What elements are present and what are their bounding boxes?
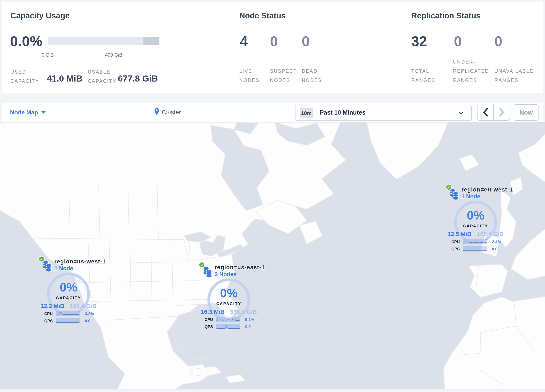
suspect-nodes-count: 0 xyxy=(270,33,278,49)
time-step-buttons xyxy=(477,104,510,121)
region-used-capacity: 16.3 MiB xyxy=(201,309,225,315)
region-capacity-percent: 0% xyxy=(453,208,498,222)
qps-value: 0.0 xyxy=(492,247,497,251)
cpu-label: CPU xyxy=(444,240,460,244)
database-stack-icon xyxy=(450,189,459,200)
qps-value: 0.0 xyxy=(85,319,90,323)
capacity-bar-reserved-segment xyxy=(143,37,160,45)
next-time-button[interactable] xyxy=(493,104,510,120)
cpu-value: 3.2% xyxy=(85,311,94,316)
usable-capacity-value: 677.8 GiB xyxy=(118,74,158,84)
dead-nodes-label: DEADNODES xyxy=(302,67,322,85)
qps-value: 0.0 xyxy=(245,324,251,329)
unavailable-ranges-count: 0 xyxy=(495,33,502,49)
dropdown-caret-icon xyxy=(41,111,46,113)
view-selector-node-map[interactable]: Node Map xyxy=(10,109,38,116)
usable-capacity-label: USABLE CAPACITY xyxy=(88,67,116,86)
time-range-badge: 10m xyxy=(300,108,313,118)
cpu-value: 2.4% xyxy=(492,240,501,244)
region-capacity-label: CAPACITY xyxy=(206,301,251,306)
used-capacity-label: USED CAPACITY xyxy=(10,67,39,86)
capacity-usage-title: Capacity Usage xyxy=(10,11,70,20)
region-name: region=us-east-1 xyxy=(215,264,265,271)
node-status-title: Node Status xyxy=(239,11,286,20)
next-arrow-icon xyxy=(499,108,505,117)
qps-sparkline xyxy=(463,246,487,251)
region-capacity-percent: 0% xyxy=(206,286,251,300)
database-stack-icon xyxy=(203,266,212,278)
capacity-bar-tick xyxy=(147,48,147,51)
under-replicated-ranges-label: UNDER- REPLICATED RANGES xyxy=(453,57,489,85)
time-range-value: Past 10 Minutes xyxy=(320,109,365,116)
cpu-sparkline xyxy=(463,239,487,244)
region-total-capacity: 338.9 GiB xyxy=(230,309,257,315)
region-used-capacity: 12.5 MiB xyxy=(448,231,471,237)
region-node-count[interactable]: 1 Node xyxy=(54,265,73,272)
time-range-dropdown[interactable]: 10m Past 10 Minutes xyxy=(295,105,472,121)
cpu-sparkline xyxy=(216,317,240,322)
qps-label: QPS xyxy=(37,319,53,323)
qps-label: QPS xyxy=(197,324,213,329)
capacity-bar-tick xyxy=(81,48,81,51)
region-capacity-label: CAPACITY xyxy=(46,296,91,300)
capacity-bar-tick-label: 400 GiB xyxy=(105,52,122,58)
region-capacity-percent: 0% xyxy=(46,280,91,294)
capacity-bar-tick xyxy=(114,48,114,51)
qps-sparkline xyxy=(216,324,240,329)
used-capacity-value: 41.0 MiB xyxy=(47,74,82,84)
live-nodes-label: LIVENODES xyxy=(239,67,260,85)
capacity-used-percent: 0.0% xyxy=(10,33,43,49)
region-total-capacity: 169.4 GiB xyxy=(70,303,97,309)
previous-time-button[interactable] xyxy=(477,104,493,120)
total-ranges-count: 32 xyxy=(411,33,427,49)
map-pin-icon xyxy=(154,108,159,115)
region-total-capacity: 169.4 GiB xyxy=(477,231,504,237)
database-stack-icon xyxy=(43,261,52,272)
breadcrumb-cluster[interactable]: Cluster xyxy=(162,109,181,116)
prev-arrow-icon xyxy=(482,108,489,117)
under-replicated-ranges-count: 0 xyxy=(454,33,462,49)
region-marker-us-west-1[interactable]: ✓ region=us-west-1 1 Node 0% CAPACITY 12… xyxy=(25,255,113,327)
live-nodes-count: 4 xyxy=(240,33,248,49)
region-name: region=eu-west-1 xyxy=(461,187,513,193)
cpu-label: CPU xyxy=(37,311,53,316)
region-node-count[interactable]: 1 Node xyxy=(461,193,480,200)
cpu-label: CPU xyxy=(197,317,213,322)
dead-nodes-count: 0 xyxy=(302,33,310,49)
suspect-nodes-label: SUSPECTNODES xyxy=(270,67,297,85)
chevron-down-icon xyxy=(458,111,464,115)
qps-sparkline xyxy=(56,318,80,324)
cpu-value: 5.2% xyxy=(245,317,254,322)
region-marker-us-east-1[interactable]: ✓ region=us-east-1 2 Nodes 0% CAPACITY 1… xyxy=(185,261,273,332)
region-used-capacity: 12.2 MiB xyxy=(41,303,64,309)
unavailable-ranges-label: UNAVAILABLERANGES xyxy=(495,67,533,85)
capacity-bar-tick xyxy=(48,48,48,51)
cpu-sparkline xyxy=(56,311,80,316)
qps-label: QPS xyxy=(444,247,460,251)
region-marker-eu-west-1[interactable]: ✓ region=eu-west-1 1 Node 0% CAPACITY 12… xyxy=(432,184,520,255)
region-capacity-label: CAPACITY xyxy=(453,224,498,228)
now-button[interactable]: Now xyxy=(514,104,539,121)
replication-status-title: Replication Status xyxy=(411,11,481,20)
capacity-bar-tick-label: 0 GiB xyxy=(42,52,54,58)
region-node-count[interactable]: 2 Nodes xyxy=(215,271,236,278)
total-ranges-label: TOTALRANGES xyxy=(411,67,435,85)
capacity-bar xyxy=(48,37,160,45)
region-name: region=us-west-1 xyxy=(54,258,106,265)
